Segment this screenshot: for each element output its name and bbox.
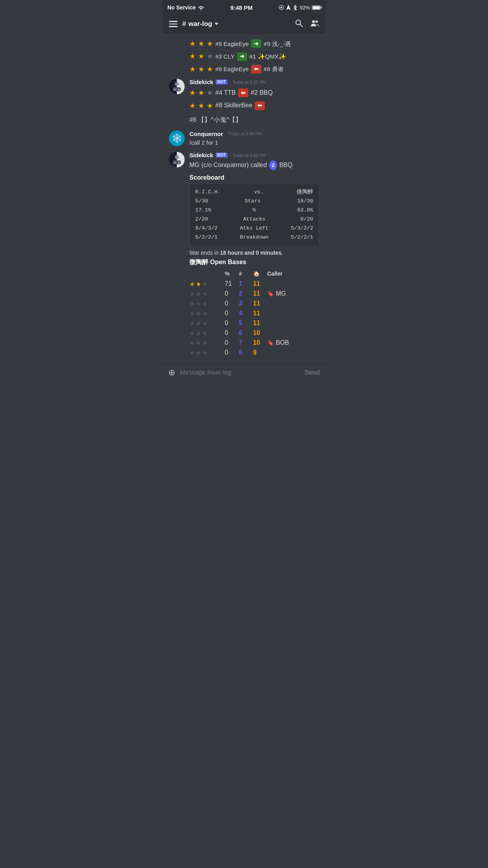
ob-num-2: 2 xyxy=(239,290,253,297)
ob-pct-4: 0 xyxy=(225,310,239,317)
star-3: ★ xyxy=(207,63,213,75)
msg-content-sidekick-1: Sidekick BOT - Today at 9:25 PM ★ ★ ★ #4… xyxy=(189,79,319,126)
status-left: No Service xyxy=(167,4,204,11)
status-bar: No Service 9:48 PM 92% xyxy=(163,0,325,15)
scoreboard-left-stars: 5/30 xyxy=(195,197,208,206)
nav-left: #war-log xyxy=(169,20,218,28)
search-button[interactable] xyxy=(295,19,303,29)
arrow-right-badge: ➜ xyxy=(251,39,261,48)
scoreboard-left-attacks: 2/20 xyxy=(195,215,208,224)
ob-house-6: 10 xyxy=(253,329,267,337)
scoreboard-pct-label: % xyxy=(211,206,297,215)
scoreboard-attacks-label: Attacks xyxy=(208,215,300,224)
star-2: ★ xyxy=(198,63,204,75)
battery-icon xyxy=(312,6,321,10)
ob-pct-1: 71 xyxy=(225,280,239,287)
msg-header-conquernor: Conquernor - Today at 9:46 PM xyxy=(189,131,319,137)
nav-right xyxy=(295,19,319,29)
scoreboard-title: Scoreboard xyxy=(189,174,319,181)
msg-line-1: ★ ★ ★ #9 EagleEye ➜ #9 浅-_-遇 xyxy=(189,37,319,50)
search-icon xyxy=(295,19,303,28)
scoreboard-stars-row: 5/30 Stars 18/30 xyxy=(195,197,313,206)
scoreboard-stars-label: Stars xyxy=(208,197,297,206)
open-bases-row-6: ★ ★ ★ 0 6 10 xyxy=(189,328,319,338)
svg-rect-9 xyxy=(173,87,181,91)
timestamp-conquernor: - Today at 9:46 PM xyxy=(226,131,262,136)
hamburger-menu-button[interactable] xyxy=(169,21,178,27)
scoreboard-right-pct: 63.8% xyxy=(297,206,313,215)
members-icon xyxy=(310,19,319,28)
send-button[interactable]: Send xyxy=(305,369,320,376)
attach-button[interactable]: ⊕ xyxy=(168,368,175,378)
bot-badge-1: BOT xyxy=(216,79,227,85)
ob-stars-1: ★ ★ ★ xyxy=(189,280,225,288)
chat-area: ★ ★ ★ #9 EagleEye ➜ #9 浅-_-遇 ★ ★ ★ #3 CL… xyxy=(163,33,325,363)
scoreboard-vs: vs. xyxy=(221,188,297,197)
scoreboard-atksleft-row: 9/4/3/2 Atks Left 5/3/2/2 xyxy=(195,224,313,233)
avatar-conquernor: ❄️ xyxy=(169,131,185,146)
arrow-left-badge: ⬅ xyxy=(251,65,261,74)
bluetooth-icon xyxy=(293,5,298,10)
scoreboard-right-attacks: 8/20 xyxy=(301,215,313,224)
msg-content-sidekick-2: Sidekick BOT - Today at 9:46 PM MG (c/o … xyxy=(189,152,319,357)
scoreboard-header-row: R.I.C.H. vs. 微陶醉 xyxy=(195,188,313,197)
ob-num-1: 1 xyxy=(239,280,253,287)
location-services-icon xyxy=(279,5,284,10)
svg-rect-10 xyxy=(174,89,176,90)
star-3: ★ xyxy=(207,37,213,50)
open-bases-row-8: ★ ★ ★ 0 8 9 xyxy=(189,348,319,358)
mg-called-line: MG (c/o Conquernor) called 2 BBQ xyxy=(189,160,319,171)
channel-dropdown-chevron[interactable] xyxy=(215,23,218,25)
bot-badge-2: BOT xyxy=(216,153,227,158)
username-sidekick-2: Sidekick xyxy=(189,152,213,158)
wifi-icon xyxy=(198,5,204,10)
ob-num-4: 4 xyxy=(239,310,253,317)
ob-stars-2: ★ ★ ★ xyxy=(189,290,225,298)
msg-header-sidekick-2: Sidekick BOT - Today at 9:46 PM xyxy=(189,152,319,158)
star-1: ★ xyxy=(189,37,196,50)
ob-header-caller: Caller xyxy=(267,270,319,277)
ob-house-7: 10 xyxy=(253,339,267,346)
star-1: ★ xyxy=(189,63,196,75)
ob-house-8: 9 xyxy=(253,349,267,356)
open-bases-row-5: ★ ★ ★ 0 5 11 xyxy=(189,318,319,328)
bookmark-icon-7: 🔖 xyxy=(267,340,274,346)
svg-rect-11 xyxy=(178,89,179,90)
members-button[interactable] xyxy=(310,19,319,29)
ob-caller-2: 🔖 MG xyxy=(267,290,319,297)
ob-pct-6: 0 xyxy=(225,329,239,337)
msg-line-2: ★ ★ ★ #3 CLY ➜ #1 ✨QMX✨ xyxy=(189,50,319,63)
scoreboard-box: R.I.C.H. vs. 微陶醉 5/30 Stars 18/30 17.1% … xyxy=(189,184,319,246)
username-sidekick-1: Sidekick xyxy=(189,79,213,85)
scoreboard-right-atksleft: 5/3/2/2 xyxy=(291,224,313,233)
arrow-left-badge: ⬅ xyxy=(238,88,248,97)
channel-hash-symbol: # xyxy=(182,20,186,28)
scoreboard-breakdown-row: 5/2/2/1 Breakdown 5/2/2/1 xyxy=(195,233,313,242)
nav-bar: #war-log xyxy=(163,15,325,33)
scoreboard-left-team: R.I.C.H. xyxy=(195,188,221,197)
ob-num-6: 6 xyxy=(239,329,253,337)
open-bases-row-1: ★ ★ ★ 71 1 11 xyxy=(189,279,319,289)
channel-name[interactable]: #war-log xyxy=(182,20,218,28)
ob-num-8: 8 xyxy=(239,349,253,356)
ob-header-house: 🏠 xyxy=(253,270,267,277)
open-bases-row-2: ★ ★ ★ 0 2 11 🔖 MG xyxy=(189,289,319,299)
scoreboard-pct-row: 17.1% % 63.8% xyxy=(195,206,313,215)
message-input[interactable] xyxy=(180,369,300,376)
ob-caller-7: 🔖 BOB xyxy=(267,339,319,346)
open-bases-row-7: ★ ★ ★ 0 7 10 🔖 BOB xyxy=(189,338,319,348)
scoreboard-breakdown-label: Breakdown xyxy=(218,233,291,242)
open-bases-header: % # 🏠 Caller xyxy=(189,270,319,278)
status-right: 92% xyxy=(279,5,321,11)
msg-text-conquernor: /call 2 for 1 xyxy=(189,138,319,147)
navigation-icon xyxy=(286,5,291,10)
mg-called-suffix: BBQ xyxy=(279,160,293,171)
scoreboard-atksleft-label: Atks Left xyxy=(218,224,291,233)
scoreboard-left-pct: 17.1% xyxy=(195,206,211,215)
svg-point-5 xyxy=(312,20,315,23)
scoreboard-right-team: 微陶醉 xyxy=(297,188,313,197)
channel-name-text: war-log xyxy=(188,20,212,28)
msg-line-sidekick-1-1: ★ ★ ★ #4 TTB ⬅ #2 BBQ xyxy=(189,86,319,99)
msg-header-sidekick-1: Sidekick BOT - Today at 9:25 PM xyxy=(189,79,319,85)
ob-pct-5: 0 xyxy=(225,320,239,327)
